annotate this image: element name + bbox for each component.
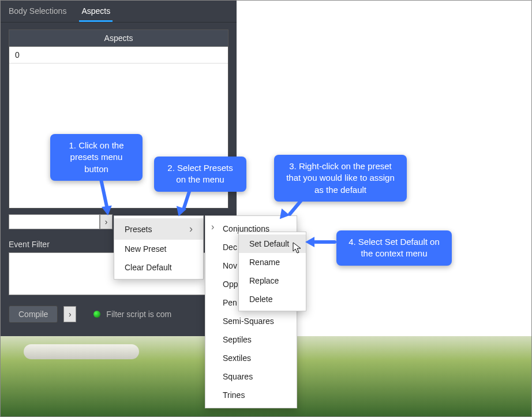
- menu-item-label: New Preset: [125, 244, 166, 254]
- preset-item-sextiles[interactable]: Sextiles: [205, 349, 297, 367]
- preset-item-squares[interactable]: Squares: [205, 367, 297, 386]
- context-item-replace[interactable]: Replace: [239, 271, 306, 290]
- preset-item-septiles[interactable]: Septiles: [205, 330, 297, 349]
- preset-item-semi-squares[interactable]: Semi-Squares: [205, 312, 297, 330]
- status-text: Filter script is com: [106, 310, 171, 319]
- presets-menu-button[interactable]: ›: [100, 214, 113, 229]
- preset-combo-row: ›: [9, 214, 113, 229]
- compile-row: Compile › Filter script is com: [9, 306, 171, 323]
- callout-3: 3. Right-click on the preset that you wo…: [274, 155, 407, 202]
- aspects-row-0[interactable]: 0: [9, 47, 228, 64]
- menu-item-label: Rename: [249, 258, 280, 267]
- menu-item-label: Opp: [223, 280, 238, 289]
- context-item-rename[interactable]: Rename: [239, 253, 306, 271]
- menu-item-label: Delete: [249, 295, 272, 304]
- event-filter-label: Event Filter: [9, 240, 50, 249]
- menu-item-label: Squares: [223, 372, 253, 381]
- menu-item-label: Clear Default: [125, 263, 172, 272]
- menu-item-label: Dec: [223, 243, 237, 252]
- menu-item-clear-default[interactable]: Clear Default: [114, 258, 203, 277]
- compile-chevron-button[interactable]: ›: [63, 306, 76, 322]
- chevron-right-icon: ›: [211, 222, 214, 232]
- callout-4-arrow-head: [305, 237, 314, 247]
- menu-item-label: Pen: [223, 298, 237, 307]
- callout-4: 4. Select Set Default on the context men…: [336, 230, 452, 266]
- tab-bar: Body Selections Aspects: [1, 1, 237, 23]
- tab-body-selections[interactable]: Body Selections: [6, 4, 69, 22]
- menu-item-label: Presets: [125, 225, 152, 234]
- menu-item-label: Set Default: [249, 239, 289, 248]
- compile-button[interactable]: Compile: [9, 306, 58, 323]
- menu-item-presets[interactable]: Presets: [114, 218, 203, 240]
- status-indicator-icon: [93, 311, 100, 318]
- chevron-right-icon: ›: [105, 217, 108, 226]
- callout-1: 1. Click on the presets menu button: [50, 134, 143, 181]
- menu-item-label: Nov: [223, 261, 237, 270]
- aspects-header: Aspects: [9, 30, 228, 47]
- menu-item-label: Sextiles: [223, 353, 251, 363]
- presets-dropdown-menu: Presets New Preset Clear Default: [114, 215, 204, 280]
- context-item-delete[interactable]: Delete: [239, 290, 306, 308]
- preset-context-menu: Set Default Rename Replace Delete: [238, 232, 306, 311]
- tab-aspects[interactable]: Aspects: [79, 4, 113, 22]
- callout-4-arrow-stem: [313, 240, 336, 244]
- chevron-right-icon: ›: [69, 310, 72, 319]
- menu-item-label: Replace: [249, 276, 279, 285]
- context-item-set-default[interactable]: Set Default: [239, 234, 306, 253]
- preset-combo[interactable]: [9, 214, 100, 229]
- menu-item-label: Septiles: [223, 335, 252, 344]
- menu-item-label: Trines: [223, 390, 245, 400]
- callout-1-arrow-head: [102, 206, 113, 216]
- callout-2: 2. Select Presets on the menu: [154, 157, 246, 192]
- menu-item-new-preset[interactable]: New Preset: [114, 240, 203, 258]
- menu-item-label: Semi-Squares: [223, 317, 274, 326]
- preset-item-trines[interactable]: Trines: [205, 386, 297, 404]
